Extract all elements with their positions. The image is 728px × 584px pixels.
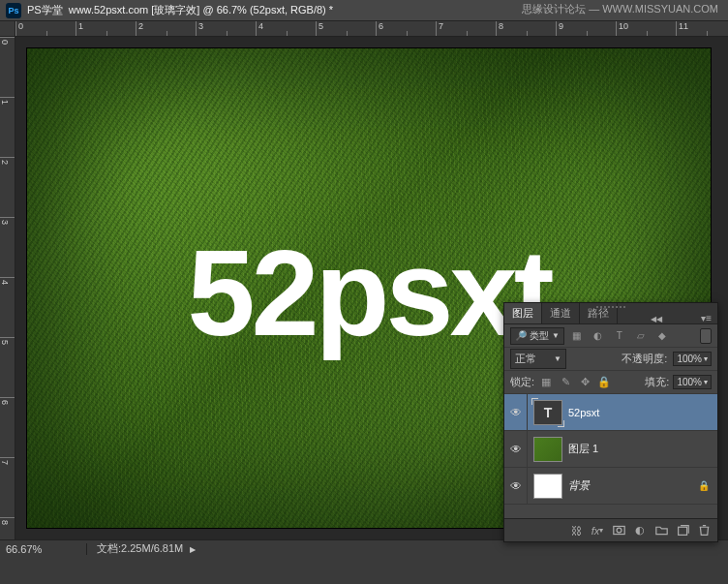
filter-kind-label: 类型	[530, 329, 549, 343]
lock-label: 锁定:	[510, 375, 534, 389]
chevron-down-icon: ▼	[554, 354, 561, 363]
layers-panel[interactable]: 图层 通道 路径 ◀◀ ▾≡ 🔎 类型 ▼ ▦ ◐ T ▱ ◆ 正常 ▼ 不透明…	[503, 302, 718, 542]
ruler-origin[interactable]	[0, 21, 15, 37]
layer-list: 👁 T 52psxt 👁 图层 1 👁 背景 🔒	[504, 394, 717, 518]
layer-item[interactable]: 👁 T 52psxt	[504, 394, 717, 431]
layer-thumbnail[interactable]	[533, 437, 562, 462]
lock-position-icon[interactable]: ✥	[577, 375, 592, 390]
filter-smart-icon[interactable]: ◆	[653, 328, 671, 344]
chevron-right-icon[interactable]: ▶	[190, 545, 196, 554]
filter-shape-icon[interactable]: ▱	[632, 328, 650, 344]
layer-name[interactable]: 背景	[568, 478, 590, 493]
search-icon: 🔎	[515, 330, 527, 341]
layer-item[interactable]: 👁 图层 1	[504, 431, 717, 468]
fill-input[interactable]: 100% ▾	[673, 375, 712, 389]
ruler-tick: 5	[0, 337, 15, 397]
document-title: www.52psxt.com [玻璃字效] @ 66.7% (52psxt, R…	[69, 3, 333, 17]
ruler-tick: 7	[0, 457, 15, 517]
fill-label: 填充:	[645, 375, 669, 389]
layer-mask-icon[interactable]	[609, 522, 628, 539]
ruler-tick: 6	[0, 397, 15, 457]
visibility-toggle-icon[interactable]: 👁	[504, 394, 528, 430]
ps-app-icon: Ps	[6, 3, 21, 18]
layer-thumbnail[interactable]	[533, 474, 562, 499]
blend-mode-select[interactable]: 正常 ▼	[510, 349, 566, 369]
blend-mode-value: 正常	[515, 352, 536, 366]
layers-footer: ⛓ fx▾ ◐	[504, 518, 717, 541]
fill-value: 100%	[677, 377, 702, 387]
opacity-input[interactable]: 100% ▾	[673, 352, 712, 366]
ruler-tick: 0	[15, 21, 76, 36]
ruler-vertical[interactable]: 0 1 2 3 4 5 6 7 8	[0, 37, 15, 539]
panel-tabstrip: 图层 通道 路径 ◀◀ ▾≡	[504, 303, 717, 324]
ruler-tick: 3	[196, 21, 256, 36]
lock-indicator-icon: 🔒	[698, 480, 710, 491]
chevron-down-icon: ▾	[704, 354, 708, 363]
ruler-tick: 4	[0, 277, 15, 337]
layer-filter-row: 🔎 类型 ▼ ▦ ◐ T ▱ ◆	[504, 324, 717, 348]
opacity-value: 100%	[677, 353, 702, 364]
ruler-tick: 0	[0, 37, 15, 97]
ruler-tick: 3	[0, 217, 15, 277]
lock-fill-row: 锁定: ▦ ✎ ✥ 🔒 填充: 100% ▾	[504, 371, 717, 394]
ruler-tick: 8	[0, 517, 15, 539]
opacity-label: 不透明度:	[622, 352, 667, 366]
delete-layer-icon[interactable]	[694, 522, 713, 539]
lock-transparency-icon[interactable]: ▦	[538, 375, 554, 390]
ruler-tick: 11	[676, 21, 728, 36]
visibility-toggle-icon[interactable]: 👁	[504, 468, 528, 504]
panel-menu-icon[interactable]: ▾≡	[695, 313, 717, 323]
filter-type-icon[interactable]: T	[611, 328, 628, 344]
layer-effects-icon[interactable]: fx▾	[588, 522, 607, 539]
layer-group-icon[interactable]	[652, 522, 671, 539]
ruler-tick: 7	[436, 21, 496, 36]
ruler-tick: 6	[376, 21, 436, 36]
ruler-tick: 2	[0, 157, 15, 217]
document-info[interactable]: 文档:2.25M/6.81M ▶	[87, 541, 205, 556]
blend-opacity-row: 正常 ▼ 不透明度: 100% ▾	[504, 348, 717, 371]
app-prefix: PS学堂	[27, 3, 63, 17]
docinfo-label: 文档:	[97, 542, 121, 554]
new-layer-icon[interactable]	[673, 522, 692, 539]
ruler-tick: 1	[76, 21, 136, 36]
layer-name[interactable]: 52psxt	[568, 407, 599, 418]
lock-all-icon[interactable]: 🔒	[596, 375, 612, 390]
ruler-tick: 2	[136, 21, 196, 36]
lock-pixels-icon[interactable]: ✎	[558, 375, 573, 390]
panel-grip-icon[interactable]	[596, 306, 625, 308]
layer-item[interactable]: 👁 背景 🔒	[504, 468, 717, 505]
ruler-tick: 8	[496, 21, 556, 36]
chevron-down-icon: ▼	[552, 331, 560, 340]
filter-toggle-switch[interactable]	[700, 328, 712, 344]
layer-list-empty	[504, 505, 717, 518]
ruler-horizontal[interactable]: 0 1 2 3 4 5 6 7 8 9 10 11	[15, 21, 728, 37]
filter-adjust-icon[interactable]: ◐	[590, 328, 607, 344]
layer-thumbnail[interactable]: T	[533, 400, 562, 425]
chevron-down-icon: ▾	[704, 378, 708, 386]
tab-layers[interactable]: 图层	[504, 303, 542, 323]
docinfo-value: 2.25M/6.81M	[121, 542, 183, 554]
layer-name[interactable]: 图层 1	[568, 442, 598, 456]
adjustment-layer-icon[interactable]: ◐	[630, 522, 650, 539]
ruler-tick: 9	[556, 21, 616, 36]
collapse-icon[interactable]: ◀◀	[645, 315, 668, 323]
ruler-tick: 1	[0, 97, 15, 157]
watermark-text: 思缘设计论坛 — WWW.MISSYUAN.COM	[522, 2, 718, 16]
ruler-tick: 10	[616, 21, 676, 36]
svg-point-1	[617, 528, 622, 533]
visibility-toggle-icon[interactable]: 👁	[504, 431, 528, 467]
filter-pixel-icon[interactable]: ▦	[568, 328, 586, 344]
ruler-tick: 4	[256, 21, 316, 36]
filter-kind-select[interactable]: 🔎 类型 ▼	[510, 327, 564, 345]
link-layers-icon[interactable]: ⛓	[566, 522, 586, 539]
ruler-tick: 5	[316, 21, 376, 36]
tab-channels[interactable]: 通道	[542, 303, 580, 323]
zoom-level[interactable]: 66.67%	[0, 543, 87, 555]
svg-rect-2	[678, 527, 686, 535]
